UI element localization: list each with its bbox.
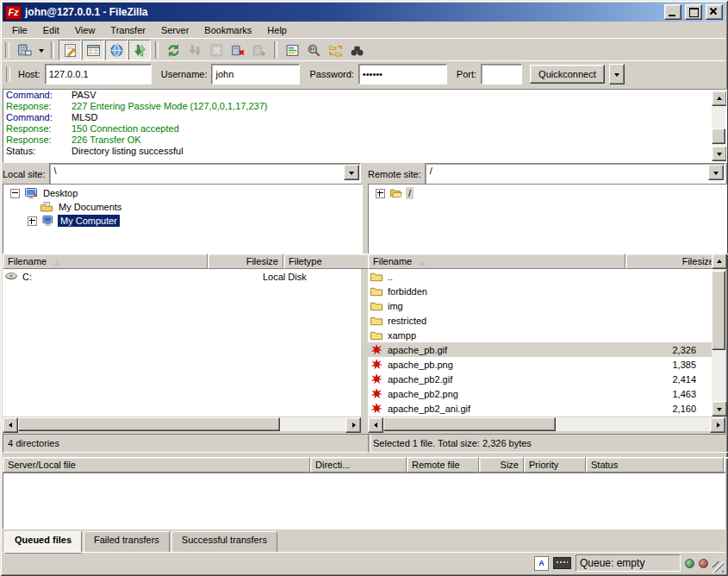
open-folder-icon (389, 186, 403, 200)
log-scrollbar[interactable] (712, 91, 725, 161)
remote-site-label: Remote site: (368, 169, 421, 179)
scroll-thumb[interactable] (18, 417, 280, 431)
tree-item-root[interactable]: / (369, 186, 726, 200)
scroll-track[interactable] (383, 417, 710, 431)
expand-icon[interactable] (376, 189, 385, 198)
message-log[interactable]: Command:PASV Response:227 Entering Passi… (3, 89, 727, 163)
remote-file-row[interactable]: apache_pb2_ani.gif 2,160 (368, 401, 712, 416)
remote-file-row[interactable]: apache_pb2.png 1,463 (368, 386, 712, 401)
scroll-thumb[interactable] (383, 417, 556, 431)
tab-queued-files[interactable]: Queued files (4, 531, 82, 554)
directory-comparison-button[interactable] (303, 41, 324, 59)
file-size: 2,326 (672, 345, 696, 355)
quickconnect-button[interactable]: Quickconnect (530, 65, 605, 84)
local-horizontal-scrollbar[interactable] (3, 417, 361, 431)
scroll-right-button[interactable] (710, 417, 725, 433)
expand-icon[interactable] (28, 216, 37, 226)
queue-list[interactable] (3, 473, 725, 529)
host-input[interactable] (45, 64, 152, 85)
tree-item-my-computer[interactable]: My Computer (3, 214, 362, 228)
queue-splitter[interactable] (3, 451, 725, 457)
local-site-combo[interactable]: \ (49, 163, 361, 185)
synchronized-browsing-button[interactable] (325, 41, 345, 59)
tab-successful-transfers[interactable]: Successful transfers (171, 531, 277, 553)
toggle-local-tree-button[interactable] (82, 40, 104, 60)
remote-file-row[interactable]: xampp (368, 328, 712, 342)
site-manager-button[interactable] (14, 41, 34, 59)
toggle-transfer-queue-button[interactable] (128, 40, 151, 60)
remote-site-combo[interactable]: / (425, 163, 725, 185)
tree-item-label-selected: My Computer (58, 215, 120, 227)
scroll-down-button[interactable] (712, 146, 727, 161)
site-manager-dropdown-button[interactable] (35, 41, 47, 59)
maximize-button[interactable] (685, 4, 702, 20)
remote-file-row[interactable]: img (368, 298, 712, 313)
minimize-button[interactable] (664, 4, 681, 20)
window-resize-grip[interactable] (712, 561, 724, 573)
toggle-message-log-button[interactable] (59, 40, 81, 60)
scroll-right-button[interactable] (345, 417, 361, 433)
quickconnect-dropdown-button[interactable] (609, 64, 625, 85)
remote-file-row[interactable]: apache_pb.png 1,385 (368, 357, 712, 372)
password-input[interactable] (358, 64, 447, 85)
close-button[interactable] (706, 4, 723, 20)
port-input[interactable] (481, 64, 522, 85)
file-name: apache_pb2.png (388, 389, 458, 399)
menu-item-help[interactable]: Help (259, 23, 295, 37)
transfer-queue-icon (133, 43, 147, 58)
remote-horizontal-scrollbar[interactable] (368, 417, 725, 431)
column-header-filename[interactable]: Filename (368, 254, 625, 269)
toggle-remote-tree-button[interactable] (105, 40, 128, 60)
scroll-down-button[interactable] (712, 401, 727, 416)
disconnect-button[interactable] (227, 41, 248, 59)
queue-column-direction[interactable]: Directi... (310, 457, 407, 473)
scroll-left-button[interactable] (3, 417, 18, 433)
scroll-track[interactable] (712, 106, 725, 146)
menu-item-edit[interactable]: Edit (35, 23, 67, 37)
tab-failed-transfers[interactable]: Failed transfers (84, 531, 170, 553)
remote-file-row[interactable]: forbidden (368, 284, 712, 298)
folder-icon (370, 285, 383, 298)
menu-item-transfer[interactable]: Transfer (103, 23, 153, 37)
scroll-track[interactable] (712, 269, 725, 401)
queue-column-server-local-file[interactable]: Server/Local file (3, 457, 310, 473)
pane-splitter[interactable] (361, 166, 368, 451)
username-input[interactable] (211, 64, 300, 85)
local-site-dropdown-button[interactable] (344, 165, 359, 180)
remote-file-row[interactable]: .. (368, 269, 712, 284)
find-files-button[interactable] (346, 41, 367, 59)
queue-column-size[interactable]: Size (479, 457, 524, 473)
menu-item-server[interactable]: Server (153, 23, 196, 37)
column-header-filename[interactable]: Filename (3, 254, 208, 269)
scroll-up-button[interactable] (712, 91, 727, 106)
remote-site-dropdown-button[interactable] (708, 165, 724, 180)
column-header-filesize[interactable]: Filesize (208, 254, 283, 269)
menu-item-view[interactable]: View (67, 23, 103, 37)
filter-button[interactable] (282, 41, 302, 59)
queue-column-remote-file[interactable]: Remote file (407, 457, 479, 473)
queue-column-status[interactable]: Status (586, 457, 724, 473)
menu-item-bookmarks[interactable]: Bookmarks (196, 23, 259, 37)
log-line: Status:Directory listing successful (3, 146, 726, 157)
remote-file-row[interactable]: apache_pb2.gif 2,414 (368, 372, 712, 386)
scroll-up-button[interactable] (712, 254, 727, 269)
image-file-icon (370, 373, 383, 386)
toolbar-separator (155, 41, 159, 59)
menu-item-file[interactable]: File (4, 23, 35, 37)
remote-file-row[interactable]: restricted (368, 313, 712, 328)
remote-file-row-selected[interactable]: apache_pb.gif 2,326 (368, 342, 712, 357)
refresh-button[interactable] (163, 41, 184, 59)
tree-item-desktop[interactable]: Desktop (3, 186, 362, 200)
scroll-thumb[interactable] (712, 128, 725, 144)
scroll-left-button[interactable] (368, 417, 383, 433)
collapse-icon[interactable] (10, 189, 20, 198)
scroll-track[interactable] (18, 417, 345, 431)
queue-column-priority[interactable]: Priority (524, 457, 586, 473)
tree-item-my-documents[interactable]: My Documents (3, 200, 362, 214)
column-header-filesize[interactable]: Filesize (625, 254, 719, 269)
remote-site-row: Remote site: / (368, 166, 725, 183)
local-file-row[interactable]: C: Local Disk (3, 269, 361, 284)
remote-vertical-scrollbar[interactable] (712, 254, 725, 416)
file-name: forbidden (388, 286, 427, 297)
scroll-thumb[interactable] (712, 271, 725, 350)
